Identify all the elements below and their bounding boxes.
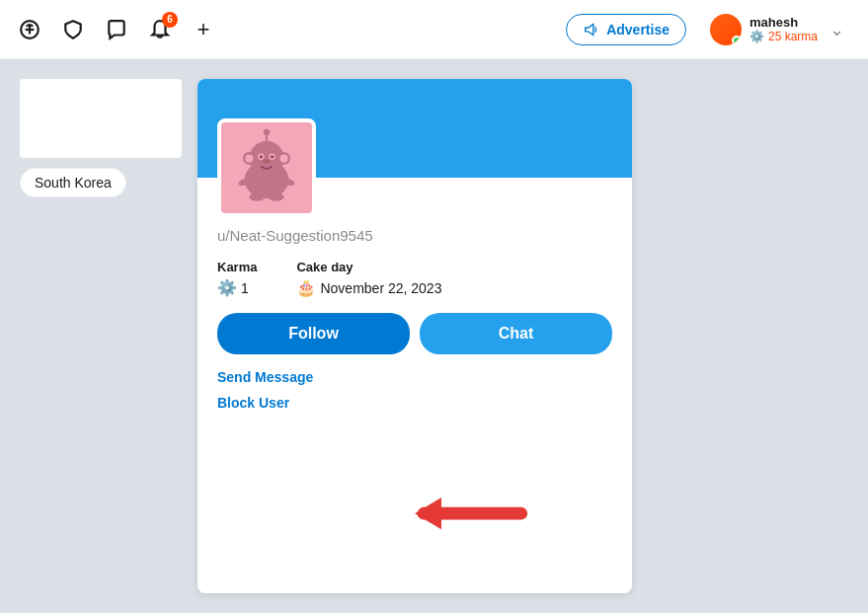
create-post-icon[interactable]: + — [190, 16, 217, 43]
notification-count-badge: 6 — [162, 12, 178, 28]
left-sidebar: South Korea — [20, 79, 182, 593]
user-menu-chevron-icon: ⌄ — [829, 19, 844, 40]
sidebar-top-card — [20, 79, 182, 158]
megaphone-icon — [583, 21, 600, 38]
profile-avatar — [217, 118, 316, 217]
svg-point-11 — [260, 155, 263, 158]
notification-bell-icon[interactable]: 6 — [146, 16, 174, 43]
karma-stat-value: 1 — [241, 280, 249, 296]
karma-value: 25 karma — [768, 30, 818, 43]
cakeday-stat-label: Cake day — [296, 260, 441, 274]
svg-point-7 — [245, 154, 253, 162]
shield-icon[interactable] — [59, 16, 87, 43]
chat-button[interactable]: Chat — [420, 313, 612, 354]
avatar — [710, 14, 742, 45]
svg-point-18 — [249, 193, 265, 201]
profile-username: u/Neat-Suggestion9545 — [217, 227, 612, 244]
cake-icon: 🎂 — [296, 278, 316, 297]
profile-avatar-container — [217, 118, 316, 217]
block-user-button[interactable]: Block User — [217, 395, 289, 411]
svg-point-15 — [264, 129, 270, 135]
karma-stat-icon: ⚙️ — [217, 278, 237, 297]
cakeday-stat: Cake day 🎂 November 22, 2023 — [296, 260, 441, 297]
main-content: South Korea — [0, 59, 868, 613]
stats-row: Karma ⚙️ 1 Cake day 🎂 November 22, 2023 — [217, 260, 612, 297]
navbar: 6 + Advertise mahesh ⚙️ 25 karma ⌄ — [0, 0, 868, 59]
advertise-button[interactable]: Advertise — [566, 14, 686, 45]
svg-point-12 — [271, 155, 274, 158]
user-menu[interactable]: mahesh ⚙️ 25 karma ⌄ — [702, 10, 852, 49]
online-indicator — [732, 36, 742, 45]
action-buttons: Follow Chat — [217, 313, 612, 354]
chat-icon[interactable] — [103, 16, 130, 43]
send-message-button[interactable]: Send Message — [217, 369, 313, 385]
karma-gear-icon: ⚙️ — [750, 30, 764, 43]
username-label: mahesh — [750, 15, 818, 30]
home-icon[interactable] — [16, 16, 43, 43]
follow-button[interactable]: Follow — [217, 313, 410, 354]
user-details: mahesh ⚙️ 25 karma — [750, 15, 818, 43]
block-user-row: Block User — [217, 394, 612, 412]
svg-point-13 — [263, 159, 271, 164]
advertise-label: Advertise — [606, 22, 670, 38]
karma-stat-label: Karma — [217, 260, 257, 274]
cakeday-stat-value: November 22, 2023 — [320, 280, 441, 296]
profile-card: u/Neat-Suggestion9545 Karma ⚙️ 1 Cake da… — [197, 79, 632, 593]
svg-point-8 — [280, 154, 288, 162]
svg-point-19 — [269, 193, 284, 201]
location-badge[interactable]: South Korea — [20, 168, 126, 197]
karma-stat: Karma ⚙️ 1 — [217, 260, 257, 297]
snoo-illustration — [227, 128, 306, 207]
profile-banner — [197, 79, 632, 178]
send-message-row: Send Message — [217, 368, 612, 386]
svg-marker-21 — [415, 498, 441, 529]
